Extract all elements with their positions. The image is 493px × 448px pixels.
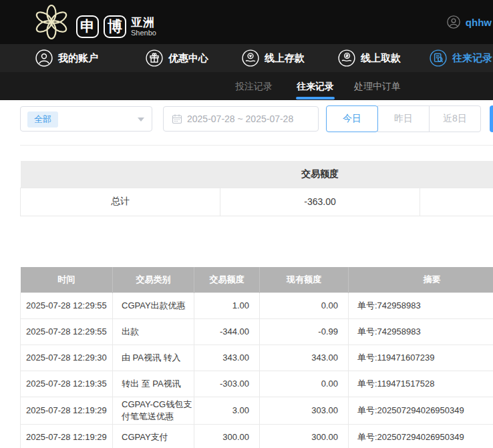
table-row: 2025-07-28 12:19:29 CGPAY-CG钱包支付笔笔送优惠 3.… — [21, 397, 493, 425]
table-row: 2025-07-28 12:29:55 CGPAY出款优惠 1.00 0.00 … — [21, 293, 493, 319]
main-nav: 我的账户 优惠中心 线上存款 — [0, 44, 493, 72]
flower-logo-icon — [33, 2, 69, 42]
tab-bet-records[interactable]: 投注记录 — [235, 72, 273, 100]
table-row: 2025-07-28 12:19:29 CGPAY支付 300.00 300.0… — [21, 425, 493, 448]
nav-item-deposit[interactable]: 线上存款 — [242, 44, 305, 72]
account-icon — [35, 49, 53, 67]
query-button[interactable] — [490, 105, 493, 132]
user-info[interactable]: qhhw — [447, 0, 492, 44]
gift-icon — [146, 49, 163, 67]
username[interactable]: qhhw — [466, 17, 492, 28]
category-select[interactable]: 全部 — [20, 106, 152, 132]
summary-col-amount: 交易额度 — [220, 161, 420, 188]
records-icon — [430, 49, 447, 67]
chevron-down-icon — [138, 118, 144, 122]
date-range-value: 2025-07-28 ~ 2025-07-28 — [187, 114, 293, 124]
logo-char-shen: 申 — [76, 15, 99, 38]
last8days-button[interactable]: 近8日 — [429, 105, 481, 132]
deposit-icon — [242, 49, 259, 67]
nav-item-my-account[interactable]: 我的账户 — [35, 44, 98, 72]
logo-region: 亚洲 — [131, 17, 156, 29]
category-tag[interactable]: 全部 — [27, 111, 58, 128]
table-row: 2025-07-28 12:29:55 出款 -344.00 -0.99 单号:… — [21, 319, 493, 345]
calendar-icon — [172, 114, 182, 124]
date-range-input[interactable]: 2025-07-28 ~ 2025-07-28 — [163, 106, 319, 132]
table-row: 2025-07-28 12:29:30 由 PA视讯 转入 343.00 343… — [21, 345, 493, 371]
summary-total-value: -363.00 — [220, 188, 420, 216]
summary-header-row: 交易额度 — [21, 161, 493, 188]
today-button[interactable]: 今日 — [326, 105, 378, 132]
transactions-header-row: 时间 交易类别 交易额度 现有额度 摘要 — [21, 267, 493, 293]
brand-logo[interactable]: 申 博 亚洲 Shenbo — [33, 2, 156, 42]
quick-date-group: 今日 昨日 近8日 — [326, 105, 481, 132]
summary-table: 交易额度 总计 -363.00 — [20, 161, 493, 216]
summary-total-label: 总计 — [21, 188, 220, 216]
yesterday-button[interactable]: 昨日 — [377, 105, 430, 132]
nav-item-records[interactable]: 往来记录 — [430, 44, 492, 72]
nav-item-promotions[interactable]: 优惠中心 — [146, 44, 208, 72]
logo-char-bo: 博 — [104, 15, 126, 38]
table-row: 2025-07-28 12:19:35 转出 至 PA视讯 -303.00 0.… — [21, 371, 493, 397]
withdraw-icon — [338, 49, 355, 67]
tab-pending-orders[interactable]: 处理中订单 — [354, 72, 401, 100]
page: 申 博 亚洲 Shenbo qhhw — [0, 0, 493, 448]
transactions-table: 时间 交易类别 交易额度 现有额度 摘要 2025-07-28 12:29:55… — [20, 267, 493, 448]
summary-total-row: 总计 -363.00 — [21, 188, 493, 216]
sub-nav: 投注记录 往来记录 处理中订单 — [0, 72, 493, 100]
user-avatar-icon — [447, 15, 460, 29]
filter-bar: 全部 2025-07-28 ~ 2025-07-28 今日 昨日 近8日 — [0, 100, 493, 146]
top-bar: 申 博 亚洲 Shenbo qhhw — [0, 0, 493, 44]
tab-transaction-records[interactable]: 往来记录 — [297, 72, 334, 100]
nav-item-withdraw[interactable]: 线上取款 — [338, 44, 401, 72]
logo-subtext: Shenbo — [131, 29, 156, 37]
